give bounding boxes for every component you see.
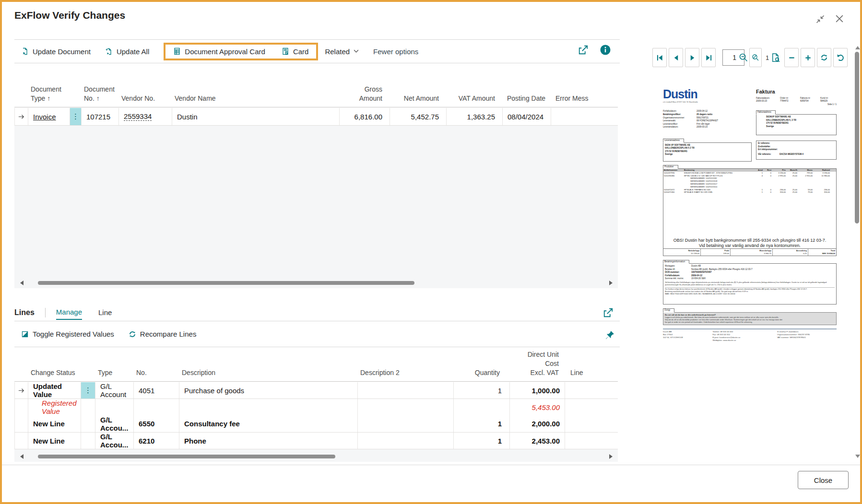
cell-no[interactable]: 4051 xyxy=(134,382,179,399)
next-page-button[interactable] xyxy=(685,48,699,67)
header-quantity[interactable]: Quantity xyxy=(453,368,509,377)
first-page-button[interactable] xyxy=(652,48,667,67)
cell-description2[interactable] xyxy=(358,433,454,449)
cell-vendor-name[interactable]: Dustin xyxy=(172,108,340,125)
line-row-new-line-2[interactable]: New Line G/L Accou... 6210 Phone 1 2,453… xyxy=(14,433,618,449)
header-vendor-name[interactable]: Vendor Name xyxy=(172,94,339,103)
recompare-lines-button[interactable]: Recompare Lines xyxy=(129,330,197,338)
cell-unit-cost[interactable]: 2,453.00 xyxy=(510,433,565,449)
cell-unit-cost[interactable]: 5,453.00 xyxy=(510,399,565,415)
documents-scrollbar-thumb[interactable] xyxy=(38,281,414,285)
zoom-increase-button[interactable] xyxy=(801,48,815,67)
header-net-amount[interactable]: Net Amount xyxy=(390,94,446,103)
cell-type[interactable]: G/L Accou... xyxy=(95,415,134,432)
cell-quantity[interactable]: 1 xyxy=(454,433,510,449)
zoom-decrease-button[interactable] xyxy=(784,48,799,67)
cell-unit-cost[interactable]: 2,000.00 xyxy=(510,415,565,432)
row-options-button[interactable]: ⋮ xyxy=(81,382,95,399)
document-row[interactable]: Invoice ⋮ 107215 2559334 Dustin 6,816.00… xyxy=(14,108,618,126)
header-gross-amount[interactable]: Gross Amount xyxy=(339,85,390,103)
document-type-link[interactable]: Invoice xyxy=(33,113,56,121)
header-error-message[interactable]: Error Mess xyxy=(551,94,618,103)
cell-error-message[interactable] xyxy=(551,108,618,125)
share-icon[interactable] xyxy=(578,44,589,56)
scroll-left-icon[interactable] xyxy=(20,454,24,459)
cell-description2[interactable] xyxy=(358,399,454,415)
lines-horizontal-scrollbar[interactable] xyxy=(14,453,618,460)
cell-change-status[interactable]: Updated Value xyxy=(28,382,81,399)
cell-unit-cost[interactable]: 1,000.00 xyxy=(510,382,565,399)
header-vendor-no[interactable]: Vendor No. xyxy=(118,94,172,103)
cell-no[interactable]: 6550 xyxy=(134,415,179,432)
header-description[interactable]: Description xyxy=(179,368,357,377)
close-button[interactable]: Close xyxy=(798,471,849,489)
header-unit-cost[interactable]: Direct Unit Cost Excl. VAT xyxy=(509,350,565,377)
vertical-scrollbar-thumb[interactable] xyxy=(855,52,859,223)
line-row-new-line-1[interactable]: New Line G/L Accou... 6550 Consultancy f… xyxy=(14,415,618,433)
header-document-type[interactable]: Document Type ↑ xyxy=(28,85,81,103)
cell-description[interactable]: Purchase of goods xyxy=(179,382,358,399)
cell-quantity[interactable]: 1 xyxy=(454,415,510,432)
line-row-updated-value[interactable]: Updated Value ⋮ G/L Account 4051 Purchas… xyxy=(14,382,618,399)
invoice-preview[interactable]: Dustin c/s Lindorff Box 47297 100 74 Sto… xyxy=(660,86,839,346)
scroll-right-icon[interactable] xyxy=(609,454,613,459)
toggle-registered-values-button[interactable]: Toggle Registered Values xyxy=(21,330,114,338)
header-no[interactable]: No. xyxy=(133,368,179,377)
header-line[interactable]: Line xyxy=(565,368,618,377)
tab-manage[interactable]: Manage xyxy=(56,305,82,320)
scroll-left-icon[interactable] xyxy=(20,281,24,285)
cell-description[interactable]: Phone xyxy=(179,433,358,449)
cell-line[interactable] xyxy=(565,382,618,399)
cell-line[interactable] xyxy=(565,433,618,449)
related-menu-button[interactable]: Related xyxy=(325,47,359,56)
cell-quantity[interactable]: 1 xyxy=(454,382,510,399)
header-type[interactable]: Type xyxy=(95,368,133,377)
vendor-no-link[interactable]: 2559334 xyxy=(124,112,152,121)
update-all-button[interactable]: Update All xyxy=(105,47,149,56)
cell-vendor-no[interactable]: 2559334 xyxy=(119,108,172,125)
fewer-options-button[interactable]: Fewer options xyxy=(373,47,418,56)
scroll-down-icon[interactable] xyxy=(855,455,860,458)
header-description2[interactable]: Description 2 xyxy=(357,368,453,377)
cell-description[interactable] xyxy=(179,399,358,415)
cell-vat-amount[interactable]: 1,363.25 xyxy=(447,108,503,125)
card-button[interactable]: Card xyxy=(282,47,309,56)
info-icon[interactable] xyxy=(600,44,611,56)
cell-line[interactable] xyxy=(565,399,618,415)
lines-scrollbar-thumb[interactable] xyxy=(38,455,335,458)
last-page-button[interactable] xyxy=(701,48,716,67)
documents-horizontal-scrollbar[interactable] xyxy=(14,279,618,287)
zoom-out-icon[interactable] xyxy=(739,53,748,62)
update-document-button[interactable]: Update Document xyxy=(21,47,91,56)
tab-line[interactable]: Line xyxy=(98,305,112,319)
cell-change-status[interactable]: Registered Value xyxy=(28,399,81,415)
cell-description2[interactable] xyxy=(358,415,454,432)
cell-posting-date[interactable]: 08/04/2024 xyxy=(503,108,551,125)
cell-no[interactable] xyxy=(134,399,179,415)
document-approval-card-button[interactable]: Document Approval Card xyxy=(173,47,265,56)
header-document-no[interactable]: Document No. ↑ xyxy=(81,85,118,103)
cell-no[interactable]: 6210 xyxy=(134,433,179,449)
zoom-in-button[interactable] xyxy=(749,48,762,67)
refresh-button[interactable] xyxy=(817,48,831,67)
cell-change-status[interactable]: New Line xyxy=(28,415,81,432)
window-close-button[interactable] xyxy=(833,12,846,25)
header-vat-amount[interactable]: VAT Amount xyxy=(446,94,502,103)
cell-type[interactable] xyxy=(95,399,134,415)
undo-button[interactable] xyxy=(833,48,848,67)
cell-net-amount[interactable]: 5,452.75 xyxy=(390,108,447,125)
cell-description2[interactable] xyxy=(358,382,454,399)
header-change-status[interactable]: Change Status xyxy=(28,368,95,377)
cell-line[interactable] xyxy=(565,415,618,432)
row-options-button[interactable]: ⋮ xyxy=(70,108,82,125)
cell-gross-amount[interactable]: 6,816.00 xyxy=(340,108,390,125)
scroll-right-icon[interactable] xyxy=(609,281,613,285)
previous-page-button[interactable] xyxy=(669,48,683,67)
cell-document-type[interactable]: Invoice xyxy=(28,108,70,125)
cell-type[interactable]: G/L Account xyxy=(95,382,134,399)
collapse-window-button[interactable] xyxy=(814,12,827,26)
cell-type[interactable]: G/L Accou... xyxy=(95,433,134,449)
lines-share-icon[interactable] xyxy=(602,307,614,318)
scroll-up-icon[interactable] xyxy=(855,46,860,49)
cell-quantity[interactable] xyxy=(454,399,510,415)
